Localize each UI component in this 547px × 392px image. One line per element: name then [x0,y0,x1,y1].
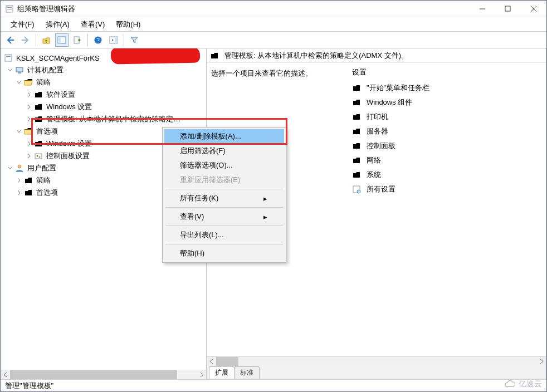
menu-action[interactable]: 操作(A) [40,18,75,31]
menu-view[interactable]: 查看(V) [75,18,110,31]
back-button[interactable] [3,33,17,47]
scroll-left-button[interactable] [207,357,216,366]
folder-icon [352,98,361,107]
folder-icon [210,51,219,60]
svg-rect-8 [58,37,61,43]
folder-open-icon [24,78,33,87]
folder-icon [352,141,361,150]
show-hide-console-tree-button[interactable] [55,33,69,47]
svg-rect-16 [16,67,23,72]
details-tabs: 扩展 标准 [207,366,546,379]
folder-icon [34,139,43,148]
folder-open-icon [24,127,33,136]
caret-right-icon[interactable] [25,115,33,123]
ctx-view[interactable]: 查看(V)▸ [164,209,284,224]
setting-item[interactable]: 所有设置 [352,182,543,197]
svg-point-21 [18,165,21,168]
setting-item[interactable]: "开始"菜单和任务栏 [352,81,543,95]
forward-button[interactable] [19,33,32,47]
scroll-right-button[interactable] [536,357,546,366]
svg-point-20 [39,156,41,158]
caret-down-icon[interactable] [15,79,23,86]
tab-extended[interactable]: 扩展 [209,366,235,379]
context-menu: 添加/删除模板(A)... 启用筛选器(F) 筛选器选项(O)... 重新应用筛… [162,127,286,263]
menu-help[interactable]: 帮助(H) [110,18,146,31]
folder-icon [352,112,361,121]
caret-right-icon[interactable] [15,189,23,197]
folder-icon [34,115,43,124]
watermark: 亿速云 [504,379,542,389]
ctx-reapply-filter: 重新应用筛选器(E) [164,173,284,187]
maximize-button[interactable] [495,1,521,17]
svg-rect-2 [7,9,12,10]
ctx-add-remove-templates[interactable]: 添加/删除模板(A)... [164,129,284,144]
setting-item[interactable]: Windows 组件 [352,95,543,110]
ctx-help[interactable]: 帮助(H) [164,246,284,261]
window-title: 组策略管理编辑器 [17,4,75,14]
tree-policy[interactable]: 策略 [1,76,206,89]
tree-computer-config[interactable]: 计算机配置 [1,64,206,76]
scroll-thumb[interactable] [10,370,177,379]
setting-item[interactable]: 网络 [352,153,543,168]
settings-column: 设置 "开始"菜单和任务栏 Windows 组件 打印机 服务器 控制面板 网络… [349,63,546,356]
user-icon [15,164,24,173]
caret-right-icon[interactable] [25,152,33,160]
caret-down-icon[interactable] [6,164,14,172]
folder-icon [352,127,361,136]
caret-right-icon[interactable] [25,103,33,111]
caret-down-icon[interactable] [6,66,14,74]
scroll-left-button[interactable] [1,370,10,379]
caret-right-icon[interactable] [25,91,33,99]
statusbar: 管理"管理模板" [1,379,546,391]
scroll-right-button[interactable] [197,370,206,379]
ctx-separator [165,189,283,189]
svg-rect-14 [5,55,12,61]
setting-item[interactable]: 服务器 [352,124,543,139]
tree-software-settings[interactable]: 软件设置 [1,89,206,101]
control-panel-icon [34,151,43,160]
ctx-export-list[interactable]: 导出列表(L)... [164,228,284,242]
status-text: 管理"管理模板" [5,381,53,391]
computer-icon [15,66,24,75]
tab-standard[interactable]: 标准 [234,366,260,379]
minimize-button[interactable] [470,1,495,17]
up-one-level-button[interactable] [40,33,53,47]
ctx-enable-filter[interactable]: 启用筛选器(F) [164,144,284,158]
svg-rect-4 [505,6,510,11]
svg-rect-18 [35,154,42,159]
caret-right-icon[interactable] [25,140,33,148]
folder-icon [352,156,361,165]
help-button[interactable]: ? [91,33,105,47]
cloud-icon [504,380,516,389]
show-hide-action-pane-button[interactable] [107,33,120,47]
gpedit-app-icon [5,4,14,13]
menubar: 文件(F) 操作(A) 查看(V) 帮助(H) [1,17,546,32]
ctx-filter-options[interactable]: 筛选器选项(O)... [164,158,284,173]
menu-file[interactable]: 文件(F) [5,18,40,31]
setting-item[interactable]: 系统 [352,168,543,182]
svg-rect-15 [6,56,11,57]
folder-icon [34,90,43,99]
close-button[interactable] [521,1,546,17]
scroll-thumb[interactable] [216,357,238,366]
caret-right-icon[interactable] [15,177,23,184]
tree-windows-settings[interactable]: Windows 设置 [1,101,206,113]
filter-button[interactable] [128,33,141,47]
tree-admin-templates[interactable]: 管理模板: 从本地计算机中检索的策略定… [1,113,206,125]
svg-rect-1 [7,7,12,8]
svg-rect-17 [18,72,21,74]
svg-point-23 [357,190,360,193]
settings-header: 设置 [352,67,543,77]
caret-down-icon[interactable] [15,128,23,135]
gpo-icon [4,53,13,62]
svg-rect-13 [115,37,118,43]
toolbar: ? [1,32,546,48]
setting-item[interactable]: 打印机 [352,110,543,124]
ctx-all-tasks[interactable]: 所有任务(K)▸ [164,191,284,205]
ctx-separator [165,244,283,244]
folder-icon [352,84,361,92]
svg-text:?: ? [96,37,100,43]
folder-icon [24,188,33,197]
setting-item[interactable]: 控制面板 [352,139,543,153]
export-list-button[interactable] [71,33,84,47]
